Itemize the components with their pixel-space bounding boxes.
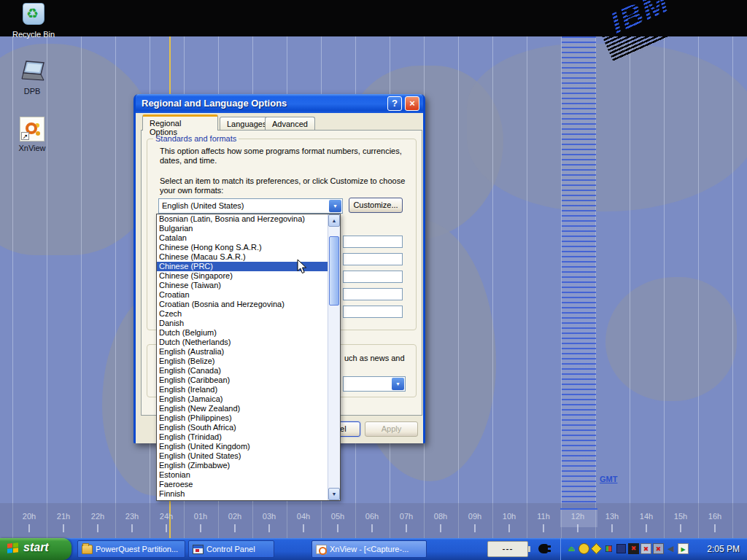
timezone-label: 01h xyxy=(194,512,207,521)
language-option[interactable]: Chinese (Taiwan) xyxy=(157,281,328,290)
antivirus-icon[interactable] xyxy=(578,543,589,554)
taskbar-task-xnview[interactable]: XnView - [<Capture-... xyxy=(311,540,427,558)
display-error-icon[interactable]: ✖ xyxy=(653,543,664,554)
volume-icon[interactable]: ◀ xyxy=(665,543,676,554)
language-option[interactable]: English (Canada) xyxy=(157,366,328,376)
tab-advanced[interactable]: Advanced xyxy=(265,117,315,131)
timezone-tick xyxy=(303,524,304,532)
timezone-label: 05h xyxy=(331,512,344,521)
language-option[interactable]: Danish xyxy=(157,319,328,328)
help-button[interactable]: ? xyxy=(387,96,402,111)
timezone-tick xyxy=(200,524,201,532)
blocked-grid-icon[interactable]: ✖ xyxy=(628,543,639,554)
language-option[interactable]: Chinese (Hong Kong S.A.R.) xyxy=(157,243,328,252)
desktop-icon-xnview[interactable]: ↗ XnView xyxy=(1,117,63,152)
language-option[interactable]: English (New Zealand) xyxy=(157,404,328,413)
network-error-icon[interactable]: ✖ xyxy=(640,543,651,554)
apply-button: Apply xyxy=(365,421,418,437)
language-dropdown-list[interactable]: Bosnian (Latin, Bosnia and Herzegovina)B… xyxy=(156,214,341,501)
language-option[interactable]: Catalan xyxy=(157,233,328,243)
timezone-label: 09h xyxy=(468,512,481,521)
language-option[interactable]: English (United States) xyxy=(157,451,328,461)
icon-label: XnView xyxy=(1,144,63,152)
taskbar-task-powerquest[interactable]: PowerQuest Partition... xyxy=(77,540,185,558)
timezone-label: 10h xyxy=(503,512,516,521)
timezone-divider xyxy=(492,36,493,538)
laptop-icon xyxy=(19,60,45,85)
network-activity-icon[interactable] xyxy=(605,545,612,552)
timezone-tick xyxy=(543,524,544,532)
sample-field xyxy=(343,288,403,300)
language-option[interactable]: Dutch (Netherlands) xyxy=(157,338,328,347)
safely-remove-hardware-icon[interactable]: ⏏ xyxy=(566,543,577,554)
chevron-down-icon[interactable]: ▼ xyxy=(329,200,341,212)
language-option[interactable]: Estonian xyxy=(157,470,328,480)
icon-xnview xyxy=(316,545,327,554)
dialog-titlebar[interactable]: Regional and Language Options ? × xyxy=(136,94,423,113)
language-option[interactable]: English (Australia) xyxy=(157,347,328,357)
language-option[interactable]: English (United Kingdom) xyxy=(157,442,328,451)
language-option[interactable]: Croatian (Bosnia and Herzegovina) xyxy=(157,300,328,309)
timezone-tick xyxy=(508,524,510,532)
scroll-up-icon[interactable]: ▲ xyxy=(328,214,340,227)
timezone-tick xyxy=(97,524,98,532)
icon-label: Recycle Bin xyxy=(3,30,64,39)
icon-label: DPB xyxy=(1,87,63,96)
start-label: start xyxy=(23,541,49,554)
timezone-tick xyxy=(646,524,647,532)
timezone-tick xyxy=(268,524,270,532)
language-option[interactable]: Bulgarian xyxy=(157,224,328,233)
timezone-label: 22h xyxy=(91,512,104,521)
customize-button[interactable]: Customize... xyxy=(349,198,403,213)
timezone-tick xyxy=(131,524,133,532)
xnview-icon: ↗ xyxy=(20,117,44,141)
language-option[interactable]: Bosnian (Latin, Bosnia and Herzegovina) xyxy=(157,214,328,224)
scrollbar-thumb[interactable] xyxy=(329,236,339,306)
sample-field xyxy=(343,271,403,283)
location-combo[interactable]: ▼ xyxy=(343,376,406,392)
lan-connection-icon[interactable] xyxy=(616,544,626,553)
continent-shape xyxy=(605,277,737,401)
format-combo[interactable]: English (United States) ▼ xyxy=(158,198,343,214)
taskbar-clock[interactable]: 2:05 PM xyxy=(707,544,740,554)
timezone-label: 23h xyxy=(125,512,139,521)
language-option[interactable]: English (Trinidad) xyxy=(157,432,328,442)
language-option[interactable]: English (Belize) xyxy=(157,357,328,366)
language-option[interactable]: Czech xyxy=(157,309,328,319)
timezone-tick xyxy=(577,524,578,532)
desktop: GMT 20h21h22h23h24h01h02h03h04h05h06h07h… xyxy=(0,0,747,560)
language-option[interactable]: English (Zimbabwe) xyxy=(157,461,328,470)
timezone-label: 15h xyxy=(674,512,687,521)
language-option[interactable]: English (South Africa) xyxy=(157,423,328,432)
language-option[interactable]: English (Caribbean) xyxy=(157,376,328,385)
scrollbar[interactable]: ▲ ▼ xyxy=(328,214,340,500)
language-option[interactable]: English (Philippines) xyxy=(157,413,328,423)
language-option[interactable]: English (Jamaica) xyxy=(157,394,328,404)
ac-power-plug-icon[interactable] xyxy=(538,544,548,553)
timezone-tick xyxy=(406,524,407,532)
language-option[interactable]: Finnish xyxy=(157,489,328,499)
taskbar-task-control-panel[interactable]: Control Panel xyxy=(188,540,274,558)
scheduler-icon[interactable]: ▶ xyxy=(678,543,689,554)
tab-regional-options[interactable]: Regional Options xyxy=(142,114,218,131)
timezone-tick xyxy=(714,524,716,532)
timezone-label: 16h xyxy=(708,512,721,521)
timezone-label: 04h xyxy=(297,512,310,521)
close-button[interactable]: × xyxy=(405,96,419,111)
timezone-tick xyxy=(474,524,476,532)
taskbar: start PowerQuest Partition...Control Pan… xyxy=(0,538,747,560)
warning-diamond-icon[interactable] xyxy=(591,543,602,554)
language-option[interactable]: English (Ireland) xyxy=(157,385,328,394)
start-button[interactable]: start xyxy=(0,538,71,560)
language-option[interactable]: Dutch (Belgium) xyxy=(157,328,328,338)
desktop-icon-recycle-bin[interactable]: ♻ Recycle Bin xyxy=(3,3,64,39)
chevron-down-icon[interactable]: ▼ xyxy=(392,378,404,390)
timezone-divider xyxy=(115,36,116,538)
timezone-tick xyxy=(63,524,64,532)
language-option[interactable]: Croatian xyxy=(157,290,328,300)
desktop-icon-dpb[interactable]: DPB xyxy=(1,60,63,96)
timezone-label: 08h xyxy=(434,512,447,521)
scroll-down-icon[interactable]: ▼ xyxy=(328,488,340,500)
battery-meter[interactable]: --- xyxy=(487,541,528,557)
language-option[interactable]: Faeroese xyxy=(157,480,328,489)
